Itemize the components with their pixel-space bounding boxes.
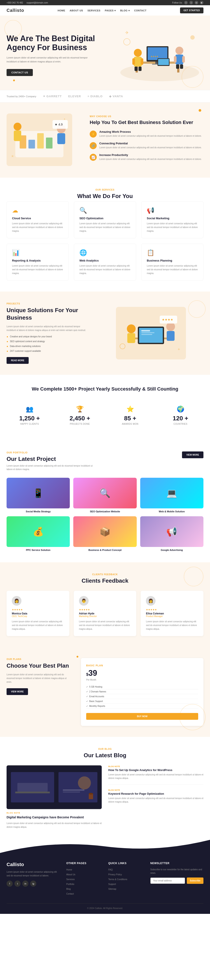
service-social-desc: Lorem ipsum dolor sit amet consectur adi… xyxy=(147,222,198,233)
stat-awards: ⭐ 85 + Awards Won xyxy=(107,401,153,430)
svg-rect-45 xyxy=(141,332,155,333)
svg-text:✈: ✈ xyxy=(125,30,129,35)
footer-link-faq[interactable]: FAQ xyxy=(108,869,113,871)
unique-desc: Lorem ipsum dolor sit amet consectur adi… xyxy=(6,325,90,332)
linkedin-icon[interactable]: in xyxy=(195,1,198,5)
pricing-card-basic: Basic Plan $39 Per Month ✓ 5 GB Hosting … xyxy=(81,658,204,726)
service-cloud: ☁ Cloud Service Lorem ipsum dolor sit am… xyxy=(6,201,69,238)
portfolio-item-3[interactable]: 💻 Web & Mobile Solution xyxy=(140,478,204,513)
testimonial-role-1: CEO, TechCorp xyxy=(12,615,64,617)
services-title: What We Do For You xyxy=(6,193,204,200)
portfolio-item-1[interactable]: 📱 Social Media Strategy xyxy=(6,478,70,513)
footer-link-services[interactable]: Services xyxy=(66,878,74,881)
blog-tag-2: Blog Note xyxy=(108,765,204,768)
testimonial-text-1: Lorem ipsum dolor sit amet consectur adi… xyxy=(12,620,64,631)
footer: Callisto Lorem ipsum dolor sit amet cons… xyxy=(0,853,210,914)
why-item-title-1: Amazing Work Process xyxy=(99,130,202,134)
portfolio-item-2[interactable]: 🔍 SEO Optimization Website xyxy=(73,478,136,513)
footer-link-contact[interactable]: Contact xyxy=(66,892,74,895)
blog-featured-tag: Blog Note xyxy=(6,812,102,814)
facebook-icon[interactable]: f xyxy=(184,1,188,5)
testimonials-section: Clients Feedback Clients Feedback 👩 ★★★★… xyxy=(0,562,210,647)
svg-rect-9 xyxy=(134,57,142,67)
portfolio-grid: 📱 Social Media Strategy 🔍 SEO Optimizati… xyxy=(6,478,204,551)
portfolio-item-6[interactable]: 📢 Google Advertising xyxy=(140,516,204,551)
footer-link-sitemap[interactable]: Sitemap xyxy=(108,888,116,890)
footer-link-privacy[interactable]: Privacy Policy xyxy=(108,873,122,876)
portfolio-label-5: Business & Product Concept xyxy=(73,549,136,551)
svg-point-8 xyxy=(134,49,142,57)
hero-cta-button[interactable]: Contact Us xyxy=(6,69,33,76)
blog-featured-desc: Lorem ipsum dolor sit amet consectur adi… xyxy=(6,821,102,829)
blog-desc-2: Lorem ipsum dolor sit amet consectur adi… xyxy=(108,773,204,780)
portfolio-section: Our Portfolio Our Latest Project Lorem i… xyxy=(0,441,210,562)
youtube-icon[interactable]: ▶ xyxy=(200,1,204,5)
portfolio-item-5[interactable]: 📦 Business & Product Concept xyxy=(73,516,136,551)
services-grid: ☁ Cloud Service Lorem ipsum dolor sit am… xyxy=(6,201,204,281)
service-reporting: 📊 Reporting & Analysis Lorem ipsum dolor… xyxy=(6,243,69,281)
footer-link-blog[interactable]: Blog xyxy=(66,888,71,890)
twitter-icon[interactable]: t xyxy=(189,1,193,5)
nav-services[interactable]: Services xyxy=(87,9,100,12)
why-item-3: 📈 Increase Productivity Lorem ipsum dolo… xyxy=(90,153,204,161)
portfolio-desc: Lorem ipsum dolor sit amet consectur adi… xyxy=(6,464,94,471)
check-icon-3: ● xyxy=(6,345,8,348)
newsletter-submit-button[interactable]: Subscribe xyxy=(187,878,204,884)
nav-contact[interactable]: Contact xyxy=(134,9,146,12)
get-started-button[interactable]: Get Started xyxy=(180,8,204,13)
stat-awards-label: Awards Won xyxy=(112,423,149,425)
pricing-title: Choose Your Best Plan xyxy=(6,662,72,670)
why-icon-1: ⚡ xyxy=(90,130,97,138)
svg-rect-31 xyxy=(46,138,52,148)
why-item-1: ⚡ Amazing Work Process Lorem ipsum dolor… xyxy=(90,130,204,138)
footer-instagram-icon[interactable]: ig xyxy=(30,881,36,887)
footer-link-terms[interactable]: Terms & Conditions xyxy=(108,878,127,881)
navbar: Callisto Home About Us Services Pages ▾ … xyxy=(0,5,210,16)
nav-home[interactable]: Home xyxy=(57,9,65,12)
nav-pages[interactable]: Pages ▾ xyxy=(105,9,116,12)
footer-linkedin-icon[interactable]: in xyxy=(22,881,28,887)
svg-text:★: ★ xyxy=(11,154,14,158)
nav-blog[interactable]: Blog ▾ xyxy=(120,9,130,12)
newsletter-title: Newsletter xyxy=(150,862,204,865)
why-item-2: 🔗 Connecting Potential Lorem ipsum dolor… xyxy=(90,142,204,150)
service-cloud-desc: Lorem ipsum dolor sit amet consectur adi… xyxy=(12,222,63,233)
svg-rect-5 xyxy=(148,47,167,60)
svg-rect-15 xyxy=(175,54,183,64)
footer-link-portfolio[interactable]: Portfolio xyxy=(66,883,74,885)
svg-rect-62 xyxy=(63,792,80,792)
testimonial-1: 👩 ★★★★★ Monica Gaia CEO, TechCorp Lorem … xyxy=(6,591,69,636)
footer-link-about[interactable]: About Us xyxy=(66,873,75,876)
hero-description: Lorem ipsum dolor sit amet consectur adi… xyxy=(6,56,98,64)
portfolio-item-4[interactable]: 💰 PPC Service Solution xyxy=(6,516,70,551)
service-seo: 🔍 SEO Optimization Lorem ipsum dolor sit… xyxy=(74,201,136,238)
topbar-email: support@domain.com xyxy=(27,2,48,4)
unique-list-item-3: ● Data-driven marketing solutions xyxy=(6,345,90,348)
footer-twitter-icon[interactable]: t xyxy=(14,881,21,887)
pricing-view-more-button[interactable]: View More xyxy=(6,688,28,695)
blog-post-2: Blog Note How To Set Up Google Analytics… xyxy=(108,765,204,780)
feature-1: ✓ 5 GB Hosting xyxy=(86,684,198,689)
nav-about[interactable]: About Us xyxy=(69,9,83,12)
portfolio-thumb-4: 💰 xyxy=(6,516,70,547)
portfolio-thumb-2: 🔍 xyxy=(73,478,136,508)
trusted-logos: ✦ GARRETT ELEVER ≡ DIABLO ◈ VANTA xyxy=(43,95,204,98)
check-feature-4: ✓ xyxy=(86,700,88,702)
portfolio-view-more-button[interactable]: View More xyxy=(182,452,204,458)
topbar-social: Follow Us: f t in ▶ xyxy=(172,1,204,5)
reporting-icon: 📊 xyxy=(12,249,63,256)
footer-link-home[interactable]: Home xyxy=(66,869,72,871)
clients-icon: 👥 xyxy=(11,406,48,413)
footer-facebook-icon[interactable]: f xyxy=(6,881,13,887)
footer-link-support[interactable]: Support xyxy=(108,883,116,885)
newsletter-input[interactable] xyxy=(150,878,185,884)
check-feature-5: ✓ xyxy=(86,705,88,707)
stars-3: ★★★★★ xyxy=(146,608,198,611)
blog-tag-3: Blog Note xyxy=(108,789,204,791)
read-more-button[interactable]: Read More xyxy=(6,357,28,364)
projects-icon: 🏆 xyxy=(61,406,98,413)
buy-now-button[interactable]: Buy Now xyxy=(86,713,198,720)
pricing-section: Our Plans Choose Your Best Plan Lorem ip… xyxy=(0,647,210,737)
why-title: Help You To Get Best Business Solution E… xyxy=(90,119,204,126)
svg-text:★★★★: ★★★★ xyxy=(150,55,158,57)
